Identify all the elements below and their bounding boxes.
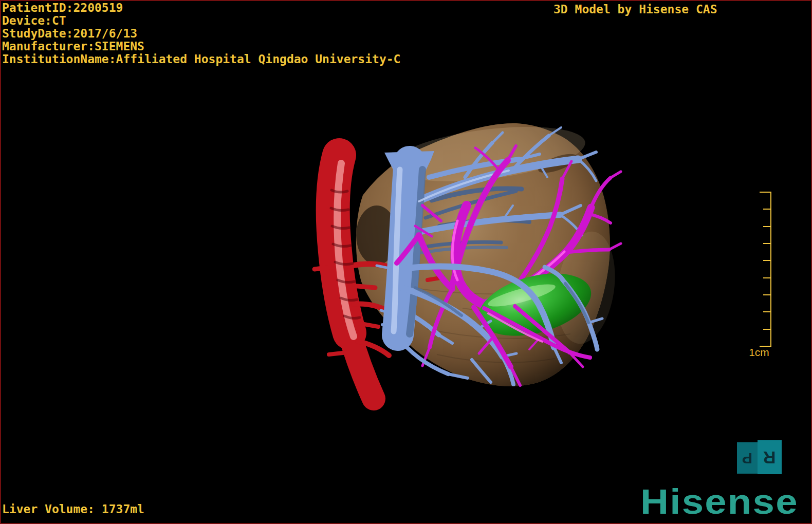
patient-id-line: PatientID:2200519	[2, 2, 400, 14]
scale-tick	[763, 294, 771, 295]
institution-line: InstitutionName:Affiliated Hospital Qing…	[2, 53, 400, 66]
device-line: Device:CT	[2, 14, 400, 27]
scale-bar-line	[770, 192, 771, 347]
scale-tick	[763, 260, 771, 261]
scale-tick	[763, 277, 771, 278]
scale-tick	[763, 311, 771, 312]
scale-tick	[763, 243, 771, 244]
liver-volume-label: Liver Volume: 1737ml	[2, 502, 144, 516]
orientation-face-posterior[interactable]: P	[737, 442, 758, 474]
patient-info: PatientID:2200519 Device:CT StudyDate:20…	[2, 2, 400, 66]
scale-bar	[759, 192, 771, 347]
orientation-letter-p: P	[742, 450, 752, 467]
hisense-logo: Hisense	[640, 484, 799, 519]
scale-tick	[763, 226, 771, 227]
viewer-screen: PatientID:2200519 Device:CT StudyDate:20…	[0, 0, 812, 524]
scale-tick	[763, 329, 771, 330]
orientation-letter-r: R	[763, 447, 776, 467]
manufacturer-line: Manufacturer:SIEMENS	[2, 40, 400, 53]
orientation-cube[interactable]: P R	[737, 440, 782, 474]
scale-tick	[760, 192, 771, 193]
model-3d-view[interactable]	[0, 0, 812, 524]
scale-tick	[763, 209, 771, 210]
orientation-face-right[interactable]: R	[758, 440, 782, 474]
scale-label: 1cm	[742, 346, 776, 359]
view-title: 3D Model by Hisense CAS	[553, 3, 717, 16]
study-date-line: StudyDate:2017/6/13	[2, 27, 400, 40]
